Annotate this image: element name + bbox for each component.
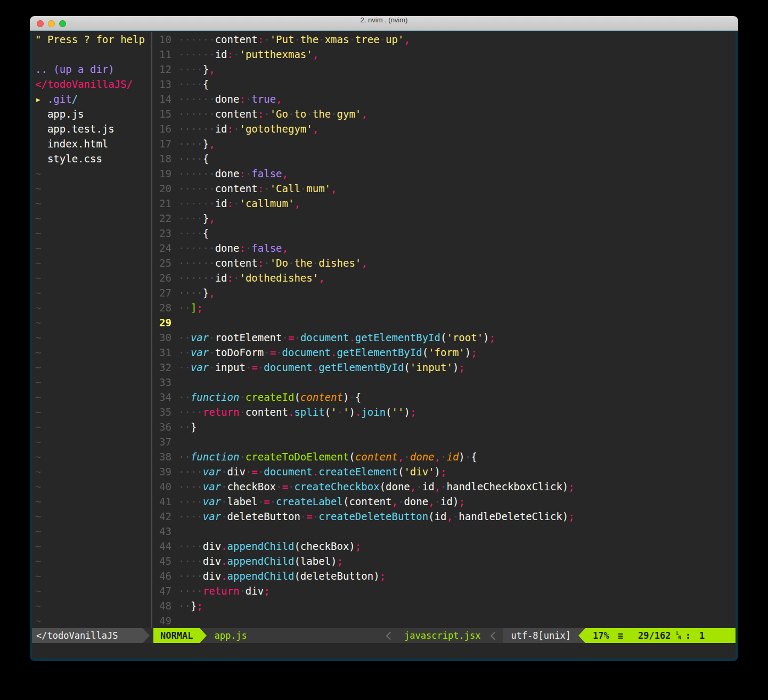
code-line[interactable]: 31··var·toDoForm·=·document.getElementBy… [152,345,736,360]
tree-file-app-test-js[interactable]: app.test.js [32,121,151,136]
tilde-line: ~ [32,464,151,479]
line-number: 34 [152,390,171,405]
code-line[interactable]: 11······id:·'putthexmas', [152,47,736,62]
code-line[interactable]: 48··}; [152,598,736,613]
statusline-spacer [255,628,381,643]
tilde-line: ~ [32,375,151,390]
code-line[interactable]: 36··} [152,419,736,434]
tilde-line: ~ [32,300,151,315]
tilde-line: ~ [32,241,151,256]
tree-root[interactable]: </todoVanillaJS/ [32,77,151,92]
code-line[interactable]: 47····return·div; [152,583,736,598]
code-line[interactable]: 25······content:·'Do·the·dishes', [152,256,736,270]
code-line[interactable]: 16······id:·'gotothegym', [152,121,736,136]
code-line[interactable]: 28··]; [152,300,736,315]
terminal-content: " Press ? for help.. (up a dir)</todoVan… [30,31,738,661]
powerline-arrow-icon [578,628,585,643]
tree-updir[interactable]: .. (up a dir) [32,62,151,77]
code-line[interactable]: 10······content:·'Put·the·xmas·tree·up', [152,32,736,47]
tree-blank-line [32,47,151,62]
filename-segment: app.js [207,628,254,643]
code-line[interactable]: 19······done:·false, [152,166,736,181]
line-number: 23 [152,226,171,241]
code-line[interactable]: 15······content:·'Go·to·the·gym', [152,106,736,121]
scroll-percent: 17% [593,630,609,641]
line-number: 31 [152,345,171,360]
tilde-line: ~ [32,569,151,583]
code-line[interactable]: 35····return·content.split('·').join('')… [152,405,736,419]
code-line[interactable]: 26······id:·'dothedishes', [152,270,736,285]
code-line[interactable]: 32··var·input·=·document.getElementById(… [152,360,736,375]
code-line[interactable]: 30··var·rootElement·=·document.getElemen… [152,330,736,345]
line-number: 43 [152,524,171,539]
code-line[interactable]: 23····{ [152,226,736,241]
code-line[interactable]: 46····div.appendChild(deleteButton); [152,569,736,583]
tilde-line: ~ [32,524,151,539]
line-number: 36 [152,419,171,434]
code-line[interactable]: 38··function·createToDoElement(content,·… [152,449,736,464]
line-number: 49 [152,613,171,628]
line-number: 17 [152,136,171,151]
tilde-line: ~ [32,360,151,375]
code-line[interactable]: 22····}, [152,211,736,226]
code-line[interactable]: 21······id:·'callmum', [152,196,736,211]
encoding-segment: utf-8[unix] [503,628,578,643]
line-number: 44 [152,539,171,554]
tree-file-index-html[interactable]: index.html [32,136,151,151]
tree-dir-git[interactable]: ▸ .git/ [32,92,151,106]
line-number: 10 [152,32,171,47]
tilde-line: ~ [32,345,151,360]
code-line[interactable]: 41····var·label·=·createLabel(content,·d… [152,494,736,509]
line-number: 28 [152,300,171,315]
close-button[interactable] [37,20,44,27]
zoom-button[interactable] [59,20,66,27]
mode-indicator: NORMAL [153,628,200,643]
code-line[interactable]: 34··function·createId(content)·{ [152,390,736,405]
statusline-gap [150,628,153,643]
titlebar[interactable]: 2. nvim . (nvim) [30,16,738,31]
position-segment: 17% ≡ 29/162 LN : 1 [585,628,736,643]
tilde-line: ~ [32,256,151,270]
tree-file-style-css[interactable]: style.css [32,151,151,166]
editor-split: " Press ? for help.. (up a dir)</todoVan… [32,32,736,628]
tree-file-app-js[interactable]: app.js [32,106,151,121]
line-number: 12 [152,62,171,77]
code-line[interactable]: 37 [152,434,736,449]
tilde-line: ~ [32,270,151,285]
code-line[interactable]: 24······done:·false, [152,241,736,256]
code-line[interactable]: 44····div.appendChild(checkBox); [152,539,736,554]
tilde-line: ~ [32,211,151,226]
code-line[interactable]: 43 [152,524,736,539]
line-number: 20 [152,181,171,196]
tilde-line: ~ [32,613,151,628]
tilde-line: ~ [32,494,151,509]
code-line[interactable]: 20······content:·'Call·mum', [152,181,736,196]
line-number: 47 [152,583,171,598]
editor-buffer[interactable]: 10······content:·'Put·the·xmas·tree·up',… [152,32,736,628]
line-number: 24 [152,241,171,256]
line-number: 33 [152,375,171,390]
code-line[interactable]: 13····{ [152,77,736,92]
code-line[interactable]: 40····var·checkBox·=·createCheckbox(done… [152,479,736,494]
code-line[interactable]: 39····var·div·=·document.createElement('… [152,464,736,479]
code-line[interactable]: 33 [152,375,736,390]
minimize-button[interactable] [48,20,55,27]
code-line[interactable]: 42····var·deleteButton·=·createDeleteBut… [152,509,736,524]
powerline-arrow-icon [143,628,150,643]
code-line[interactable]: 49 [152,613,736,628]
code-line[interactable]: 27····}, [152,285,736,300]
line-number: 30 [152,330,171,345]
command-line[interactable] [32,643,736,658]
code-line[interactable]: 45····div.appendChild(label); [152,554,736,569]
code-line[interactable]: 17····}, [152,136,736,151]
code-line[interactable]: 29 [152,315,736,330]
code-line[interactable]: 14······done:·true, [152,92,736,106]
line-number: 41 [152,494,171,509]
chevron-left-icon [491,631,499,640]
line-number: 48 [152,598,171,613]
tilde-line: ~ [32,449,151,464]
tilde-line: ~ [32,419,151,434]
code-line[interactable]: 18····{ [152,151,736,166]
tilde-line: ~ [32,196,151,211]
code-line[interactable]: 12····}, [152,62,736,77]
